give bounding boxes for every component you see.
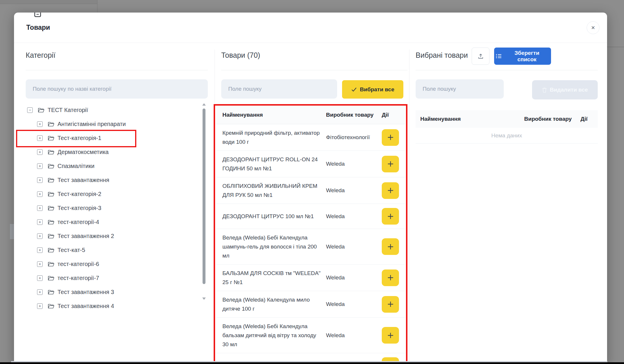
product-manufacturer: Фітобіотехнології [326, 134, 382, 141]
tree-item[interactable]: + Тест-категорія-1 [26, 131, 201, 145]
products-heading: Товари (70) [221, 51, 260, 60]
selected-search-input[interactable] [416, 79, 504, 99]
product-name: Веледа (Weleda) Календула мило дитяче 10… [222, 295, 326, 313]
expand-icon[interactable]: + [37, 233, 43, 239]
expand-icon[interactable]: + [37, 219, 43, 225]
product-name: Кремній природний фільтр, активатор води… [222, 128, 326, 146]
folder-open-icon [48, 276, 54, 281]
tree-item[interactable]: + Тест-категорія-2 [26, 187, 201, 201]
tree-item[interactable]: + Спазмалітики [26, 159, 201, 173]
expand-icon[interactable]: + [37, 177, 43, 183]
tree-item-label: ТЕСТ Категорії [48, 107, 88, 113]
products-table-header: Найменування Виробник товару Дії [216, 106, 405, 124]
screen: Товари ✕ Категорії − ТЕСТ Категорії + [0, 0, 624, 364]
heading-divider [416, 70, 598, 70]
tree-item[interactable]: + Антигістамінні препарати [26, 117, 201, 131]
product-name: ОБЛІПИХОВИЙ ЖИВИЛЬНИЙ КРЕМ ДЛЯ РУК 50 мл… [222, 181, 326, 200]
add-product-button[interactable] [382, 182, 399, 199]
tree-item[interactable]: + Тест завантаження [26, 173, 201, 187]
select-all-button[interactable]: Вибрати все [342, 80, 403, 99]
folder-open-icon [48, 122, 54, 127]
tree-item-root[interactable]: − ТЕСТ Категорії [26, 103, 201, 117]
upload-button[interactable] [472, 48, 489, 65]
folder-open-icon [48, 290, 54, 295]
tree-item[interactable]: + тест-категорії-7 [26, 271, 201, 285]
tree-item[interactable]: + Дерматокосметика [26, 145, 201, 159]
tree-item-label: Тест завантаження 3 [57, 289, 114, 295]
tree-item-label: Спазмалітики [57, 163, 95, 169]
modal-header: Товари ✕ [14, 13, 607, 43]
tree-item[interactable]: + Тест-категорія-3 [26, 201, 201, 215]
tree-item-label: Тест-кат-5 [57, 247, 85, 253]
column-divider [409, 50, 409, 364]
column-header-manufacturer: Виробник товару [524, 116, 581, 122]
expand-icon[interactable]: + [37, 205, 43, 211]
product-row: ДЕЗОДОРАНТ ЦИТРУС 100 мл №1 Weleda [216, 204, 405, 229]
tree-item[interactable]: + Тест завантаження 4 [26, 299, 201, 313]
expand-icon[interactable]: + [37, 149, 43, 155]
tree-item[interactable]: + Тест завантаження 2 [26, 229, 201, 243]
add-product-button[interactable] [382, 208, 399, 225]
expand-icon[interactable]: + [37, 247, 43, 253]
tree-item-label: Дерматокосметика [57, 149, 109, 155]
category-tree: − ТЕСТ Категорії + Антигістамінні препар… [26, 103, 201, 313]
product-manufacturer: Weleda [326, 332, 382, 339]
delete-all-button[interactable]: Видалити все [532, 80, 598, 99]
categories-heading: Категорії [26, 51, 55, 60]
product-manufacturer: Weleda [326, 274, 382, 281]
heading-divider [221, 70, 407, 70]
trash-icon [542, 87, 547, 93]
add-product-button[interactable] [382, 296, 399, 313]
category-search-input[interactable] [26, 79, 208, 99]
tree-item[interactable]: + тест-категорії-4 [26, 215, 201, 229]
column-header-name: Найменування [222, 112, 326, 118]
tree-item-label: тест-категорії-4 [57, 219, 99, 225]
tree-item-label: Антигістамінні препарати [57, 121, 126, 127]
product-manufacturer: Weleda [326, 187, 382, 194]
plus-icon [386, 274, 395, 282]
folder-open-icon [48, 150, 54, 155]
plus-icon [386, 243, 395, 251]
product-name: ДЕЗОДОРАНТ ЦИТРУС 100 мл №1 [222, 212, 326, 221]
product-manufacturer: Weleda [326, 161, 382, 167]
tree-scrollbar[interactable] [202, 103, 206, 307]
tree-item[interactable]: + Тест завантаження 3 [26, 285, 201, 299]
bg-app-topbar [0, 0, 97, 4]
expand-icon[interactable]: + [37, 261, 43, 267]
folder-open-icon [48, 206, 54, 211]
scroll-up-icon[interactable] [202, 103, 206, 106]
plus-icon [386, 331, 395, 340]
expand-icon[interactable]: + [37, 289, 43, 295]
add-product-button[interactable] [382, 270, 399, 286]
tree-item[interactable]: + тест-категорії-6 [26, 257, 201, 271]
add-product-button[interactable] [382, 327, 399, 344]
save-list-button[interactable]: Зберегти список [494, 48, 551, 65]
tree-item-label: Тест-категорія-3 [57, 205, 101, 211]
expand-icon[interactable]: + [37, 275, 43, 281]
heading-divider [26, 70, 208, 70]
expand-icon[interactable]: + [37, 135, 43, 141]
product-search-input[interactable] [221, 79, 337, 99]
collapse-icon[interactable]: − [27, 107, 33, 113]
add-product-button[interactable] [382, 156, 399, 172]
add-product-button[interactable] [382, 238, 399, 255]
scrollbar-thumb[interactable] [203, 108, 205, 284]
expand-icon[interactable]: + [37, 163, 43, 169]
delete-all-label: Видалити все [550, 87, 588, 93]
column-header-manufacturer: Виробник товару [326, 112, 382, 118]
expand-icon[interactable]: + [37, 303, 43, 309]
empty-state-text: Нема даних [416, 128, 598, 144]
expand-icon[interactable]: + [37, 121, 43, 127]
column-header-name: Найменування [420, 116, 524, 122]
bg-app-sidebar-divider [97, 0, 97, 13]
column-divider [215, 50, 215, 364]
tree-item-label: Тест-категорія-1 [57, 135, 101, 141]
scroll-down-icon[interactable] [202, 298, 206, 300]
close-button[interactable]: ✕ [587, 21, 599, 34]
tree-item[interactable]: + Тест-кат-5 [26, 243, 201, 257]
bg-app-content-edge [607, 47, 624, 47]
add-product-button[interactable] [382, 129, 399, 146]
expand-icon[interactable]: + [37, 191, 43, 197]
check-icon [351, 87, 357, 92]
column-header-actions: Дії [581, 116, 598, 122]
